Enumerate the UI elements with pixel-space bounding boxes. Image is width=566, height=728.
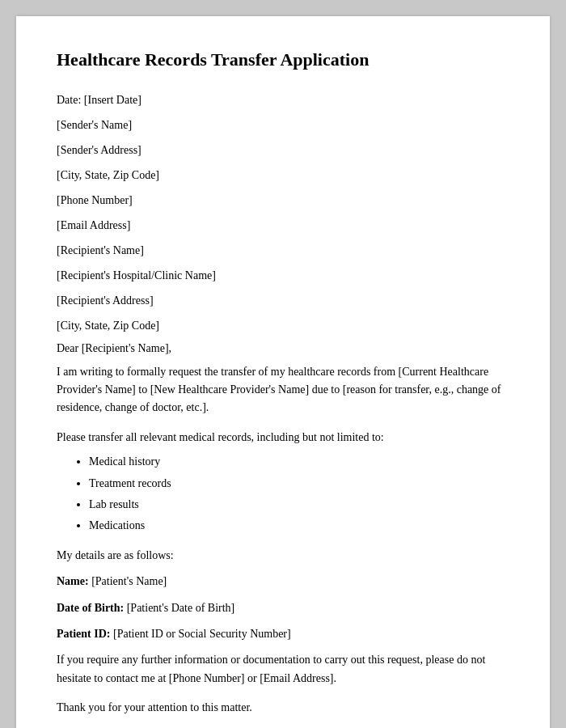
- sender-address: [Sender's Address]: [57, 142, 509, 159]
- list-item: Medical history: [89, 453, 509, 471]
- body-paragraph-1: I am writing to formally request the tra…: [57, 363, 509, 417]
- date-line: Date: [Insert Date]: [57, 91, 509, 108]
- patient-name-line: Name: [Patient's Name]: [57, 573, 509, 590]
- patient-id-line: Patient ID: [Patient ID or Social Securi…: [57, 625, 509, 643]
- salutation: Dear [Recipient's Name],: [57, 342, 509, 355]
- dob-line: Date of Birth: [Patient's Date of Birth]: [57, 599, 509, 617]
- sender-email: [Email Address]: [57, 217, 509, 234]
- sender-phone: [Phone Number]: [57, 192, 509, 209]
- body-paragraph-2: If you require any further information o…: [57, 651, 509, 688]
- list-intro: Please transfer all relevant medical rec…: [57, 429, 509, 447]
- details-intro: My details are as follows:: [57, 547, 509, 565]
- sign-off: Sincerely,: [57, 725, 509, 728]
- sender-city: [City, State, Zip Code]: [57, 167, 509, 184]
- recipient-clinic: [Recipient's Hospital/Clinic Name]: [57, 267, 509, 284]
- page-title: Healthcare Records Transfer Application: [57, 49, 509, 72]
- list-item: Medications: [89, 517, 509, 535]
- recipient-address: [Recipient's Address]: [57, 292, 509, 309]
- thank-you: Thank you for your attention to this mat…: [57, 699, 509, 717]
- list-item: Lab results: [89, 496, 509, 514]
- recipient-city: [City, State, Zip Code]: [57, 317, 509, 334]
- sender-name: [Sender's Name]: [57, 116, 509, 133]
- recipient-name: [Recipient's Name]: [57, 242, 509, 259]
- address-block: Date: [Insert Date] [Sender's Name] [Sen…: [57, 91, 509, 334]
- records-list: Medical history Treatment records Lab re…: [89, 453, 509, 535]
- list-item: Treatment records: [89, 475, 509, 493]
- document-container: Healthcare Records Transfer Application …: [16, 16, 550, 728]
